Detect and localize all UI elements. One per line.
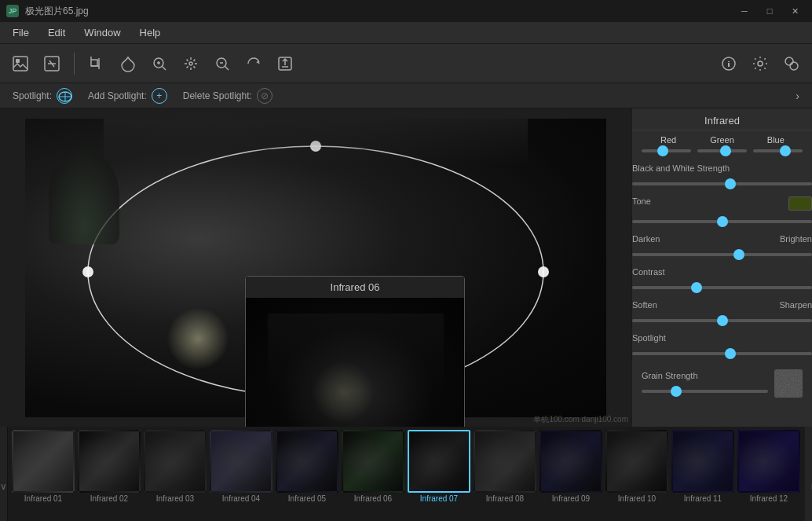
thumb-label-9: Infrared 09 xyxy=(552,494,590,503)
window-title: 极光图片65.jpg xyxy=(25,5,733,18)
toolbar-sep-1 xyxy=(74,53,75,75)
thumbnail-3[interactable]: Infrared 03 xyxy=(143,430,207,521)
red-slider[interactable] xyxy=(642,149,691,152)
thumbnail-1[interactable]: Infrared 01 xyxy=(11,430,75,521)
thumb-label-1: Infrared 01 xyxy=(24,494,62,503)
menu-edit[interactable]: Edit xyxy=(38,24,75,42)
thumb-img-11 xyxy=(671,430,734,493)
thumb-img-2 xyxy=(78,430,141,493)
thumb-label-11: Infrared 11 xyxy=(684,494,722,503)
export-button[interactable] xyxy=(271,50,299,78)
spotlight-icon xyxy=(57,88,72,104)
menu-help[interactable]: Help xyxy=(130,24,170,42)
darken-brighten-section: Darken Brighten xyxy=(632,233,812,266)
blue-label: Blue xyxy=(749,135,803,145)
thumbnail-10[interactable]: Infrared 10 xyxy=(605,430,669,521)
brighten-label: Brighten xyxy=(780,234,812,244)
grain-preview xyxy=(774,369,803,398)
thumb-img-12 xyxy=(737,430,800,493)
thumbnail-11[interactable]: Infrared 11 xyxy=(671,430,735,521)
close-button[interactable]: ✕ xyxy=(784,3,806,19)
spotlight-text: Spotlight xyxy=(632,333,666,343)
thumbnail-4[interactable]: Infrared 04 xyxy=(209,430,273,521)
channel-labels: Red Green Blue xyxy=(642,135,803,145)
thumb-img-8 xyxy=(474,430,536,493)
canvas-area[interactable]: Infrared 06 Infrared 单机100.com danji xyxy=(0,108,631,427)
thumbnail-7[interactable]: Infrared 07 xyxy=(407,430,471,521)
tone-slider[interactable] xyxy=(632,220,812,223)
svg-point-7 xyxy=(758,61,763,66)
pan-button[interactable] xyxy=(177,50,205,78)
thumb-img-7 xyxy=(408,430,470,493)
darken-label: Darken xyxy=(632,234,660,244)
grain-slider-container: Grain Strength xyxy=(642,371,768,396)
thumb-label-10: Infrared 10 xyxy=(618,494,656,503)
contrast-section: Contrast xyxy=(632,266,812,299)
add-spotlight[interactable]: Add Spotlight: + xyxy=(88,88,167,104)
menu-window[interactable]: Window xyxy=(75,24,130,42)
thumb-label-7: Infrared 07 xyxy=(420,494,458,503)
thumbnail-5[interactable]: Infrared 05 xyxy=(275,430,339,521)
blue-slider[interactable] xyxy=(753,149,803,152)
settings-button[interactable] xyxy=(746,50,774,78)
thumbnail-6[interactable]: Infrared 06 xyxy=(341,430,405,521)
add-spotlight-label: Add Spotlight: xyxy=(88,90,147,101)
collapse-left[interactable]: ∨ xyxy=(0,427,8,521)
zoom-in-button[interactable] xyxy=(145,50,174,78)
panel-bottom-controls: + − xyxy=(804,427,812,521)
darken-brighten-labels: Darken Brighten xyxy=(632,234,812,244)
tone-section: Tone xyxy=(632,195,812,233)
thumbnails: Infrared 01 Infrared 02 Infrared 03 Infr… xyxy=(8,427,804,521)
grain-text: Grain Strength xyxy=(642,371,698,380)
zoom-out-button[interactable] xyxy=(208,50,236,78)
thumbnail-2[interactable]: Infrared 02 xyxy=(77,430,141,521)
effects-button[interactable] xyxy=(777,50,806,78)
bottom-area: ∨ Infrared 01 Infrared 02 Infrared 03 In… xyxy=(0,427,812,521)
main-content: Infrared 06 Infrared 单机100.com danji xyxy=(0,108,812,427)
crop-tool-button[interactable] xyxy=(82,50,111,78)
info-button[interactable] xyxy=(715,50,743,78)
delete-spotlight[interactable]: Delete Spotlight: ⊘ xyxy=(183,88,272,104)
image-tool-button[interactable] xyxy=(6,50,35,78)
window-controls: ─ □ ✕ xyxy=(733,3,806,19)
main-image: Infrared 06 Infrared xyxy=(25,119,606,417)
spotlight-section-label: Spotlight xyxy=(632,333,812,343)
heal-tool-button[interactable] xyxy=(114,50,142,78)
spotlight-slider[interactable] xyxy=(632,352,812,355)
thumbnail-12[interactable]: Infrared 12 xyxy=(737,430,801,521)
maximize-button[interactable]: □ xyxy=(759,3,781,19)
thumb-label-2: Infrared 02 xyxy=(90,494,128,503)
grain-label: Grain Strength xyxy=(642,371,768,380)
thumb-img-10 xyxy=(605,430,668,493)
thumbnail-area: Infrared 01 Infrared 02 Infrared 03 Infr… xyxy=(8,427,804,521)
more-arrow[interactable]: › xyxy=(796,90,799,102)
thumbnail-8[interactable]: Infrared 08 xyxy=(473,430,537,521)
tone-color-box[interactable] xyxy=(788,196,812,211)
green-slider[interactable] xyxy=(697,149,747,152)
thumb-label-3: Infrared 03 xyxy=(156,494,194,503)
menu-file[interactable]: File xyxy=(3,24,38,42)
app-icon: JP xyxy=(6,5,19,17)
titlebar: JP 极光图片65.jpg ─ □ ✕ xyxy=(0,0,812,22)
rotate-button[interactable] xyxy=(240,50,268,78)
thumb-img-9 xyxy=(540,430,602,493)
contrast-slider[interactable] xyxy=(632,286,812,289)
delete-spotlight-icon: ⊘ xyxy=(257,88,272,104)
bw-strength-slider[interactable] xyxy=(632,182,812,185)
thumb-label-12: Infrared 12 xyxy=(750,494,788,503)
soften-sharpen-slider[interactable] xyxy=(632,319,812,322)
thumbnail-9[interactable]: Infrared 09 xyxy=(539,430,603,521)
sharpen-label: Sharpen xyxy=(779,300,812,310)
thumb-img-5 xyxy=(276,430,338,493)
soften-sharpen-labels: Soften Sharpen xyxy=(632,300,812,310)
watermark: 单机100.com danji100.com xyxy=(533,414,628,425)
delete-spotlight-label: Delete Spotlight: xyxy=(183,90,252,101)
spotlight-bar: Spotlight: Add Spotlight: + Delete Spotl… xyxy=(0,83,812,108)
adjust-tool-button[interactable] xyxy=(38,50,66,78)
svg-point-8 xyxy=(785,57,793,65)
svg-rect-0 xyxy=(13,57,27,71)
darken-brighten-slider[interactable] xyxy=(632,253,812,256)
spotlight-select[interactable]: Spotlight: xyxy=(13,88,72,104)
grain-strength-slider[interactable] xyxy=(642,390,768,393)
minimize-button[interactable]: ─ xyxy=(733,3,755,19)
